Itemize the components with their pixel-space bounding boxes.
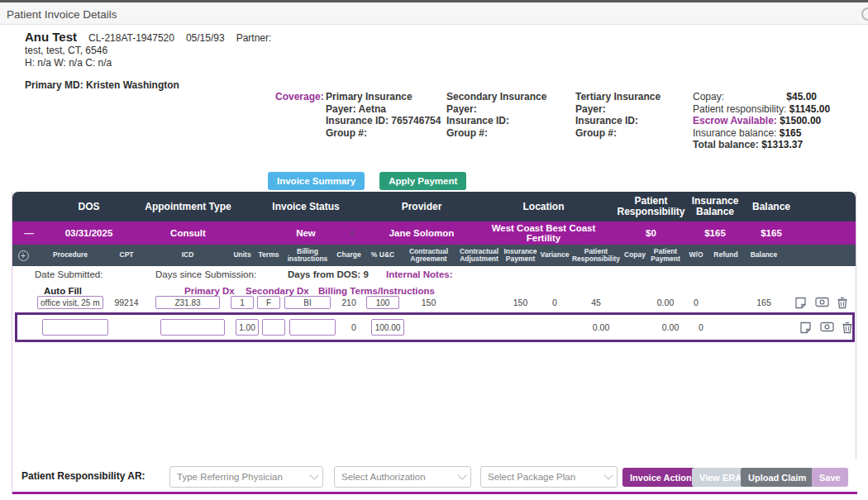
dcol-units: Units: [229, 251, 255, 260]
procedure-row-new: 0 0.00 0.00 0: [17, 315, 852, 340]
units-input[interactable]: [231, 296, 254, 309]
dcol-refund: Refund: [709, 251, 742, 260]
copay-value: $45.00: [786, 91, 817, 103]
uc-input[interactable]: [366, 296, 399, 309]
row-appointment-type: Consult: [132, 228, 244, 238]
add-procedure-row-icon[interactable]: +: [18, 250, 29, 261]
escrow-available-value: $1500.00: [780, 115, 821, 127]
icd-input[interactable]: [160, 319, 225, 336]
plan-group: Group #:: [446, 127, 566, 140]
contractual-agreement-value: 150: [401, 298, 456, 307]
billing-instructions-input[interactable]: [284, 296, 331, 309]
patient-name: Anu Test: [25, 31, 77, 43]
primary-md: Primary MD: Kristen Washington: [25, 79, 179, 91]
chevron-down-icon: [309, 470, 318, 479]
row-balance: $165: [740, 228, 803, 238]
dcol-charge: Charge: [333, 251, 365, 260]
insurance-balance-label: Insurance balance:: [693, 127, 776, 140]
patient-info: Anu Test CL-218AT-1947520 05/15/93 Partn…: [25, 31, 271, 69]
col-insurance-balance: Insurance Balance: [690, 196, 740, 217]
note-icon[interactable]: [794, 297, 807, 309]
patient-payment-value: 0.00: [648, 298, 683, 307]
save-button[interactable]: Save: [812, 468, 848, 487]
financial-summary: Copay: $45.00 Patient responsibility: $1…: [693, 91, 840, 151]
date-submitted-label: Date Submitted:: [35, 269, 103, 279]
plan-group: Group #:: [326, 127, 446, 140]
days-since-submission-label: Days since Submission:: [155, 269, 256, 279]
charge-value: 210: [333, 298, 365, 307]
plan-insurance-id: Insurance ID:: [446, 115, 566, 127]
wo-value: 0: [683, 298, 709, 307]
row-patient-responsibility: $0: [612, 228, 690, 238]
wo-value: 0: [688, 322, 714, 332]
row-dos: 03/31/2025: [45, 228, 132, 238]
dcol-contractual-agreement: Contractual Agreement: [401, 248, 456, 264]
dcol-billing-instructions: Billing instructions: [282, 248, 333, 264]
col-patient-responsibility: Patient Responsibility: [612, 196, 690, 217]
invoice-summary-row[interactable]: — 03/31/2025 Consult New Jane Solomon We…: [12, 221, 856, 245]
procedure-input[interactable]: [42, 319, 108, 336]
refresh-icon[interactable]: [861, 7, 868, 21]
partner-label: Partner:: [236, 32, 272, 45]
patient-responsibility-label: Patient responsibility:: [693, 103, 786, 116]
invoice-action-button[interactable]: Invoice Action: [622, 468, 699, 487]
terms-input[interactable]: [262, 319, 285, 336]
terms-input[interactable]: [257, 296, 280, 309]
chevron-down-icon: [603, 470, 613, 479]
status-dot-icon: [350, 231, 355, 236]
delete-icon[interactable]: [842, 321, 854, 334]
collapse-row-button[interactable]: —: [12, 228, 45, 238]
dcol-cpt: CPT: [107, 251, 146, 260]
units-input[interactable]: [236, 319, 259, 336]
dcol-copay: Copay: [622, 251, 648, 260]
page-title: Patient Invoice Details: [7, 8, 117, 21]
package-plan-placeholder: Select Package Plan: [488, 472, 575, 482]
internal-notes-link[interactable]: Internal Notes:: [386, 269, 453, 279]
tertiary-insurance-block: Tertiary Insurance Payer: Insurance ID: …: [575, 91, 695, 139]
payment-icon[interactable]: [820, 321, 832, 334]
billing-instructions-input[interactable]: [289, 319, 336, 336]
upload-claim-button[interactable]: Upload Claim: [741, 468, 813, 487]
total-balance-label: Total balance:: [693, 139, 759, 151]
dcol-variance: Variance: [539, 251, 570, 260]
chevron-down-icon: [457, 470, 466, 479]
copay-label: Copay:: [693, 91, 724, 103]
patient-payment-value: 0.00: [653, 322, 688, 332]
dcol-contractual-adjustment: Contractual Adjustment: [456, 248, 502, 264]
uc-input[interactable]: [371, 319, 404, 336]
insurance-balance-value: $165: [780, 127, 802, 140]
plan-payer: Payer:: [446, 103, 566, 116]
icd-input[interactable]: [155, 296, 220, 309]
active-procedure-row: 0 0.00 0.00 0: [15, 312, 855, 342]
dcol-uc: % U&C: [365, 251, 401, 260]
dcol-wo: W/O: [683, 251, 709, 260]
referring-physician-select[interactable]: Type Referring Physician: [169, 466, 323, 488]
invoice-table-header: DOS Appointment Type Invoice Status Prov…: [12, 192, 856, 221]
authorization-select[interactable]: Select Authorization: [334, 466, 471, 488]
days-from-dos-label: Days from DOS: 9: [288, 269, 369, 279]
invoice-summary-button[interactable]: Invoice Summary: [268, 172, 365, 190]
patient-responsibility-value: 45: [570, 298, 622, 307]
detail-columns-header: + Procedure CPT ICD Units Terms Billing …: [12, 245, 856, 266]
patient-dob: 05/15/93: [186, 32, 225, 45]
plan-title: Secondary Insurance: [446, 91, 566, 103]
delete-icon[interactable]: [837, 297, 849, 309]
dcol-icd: ICD: [146, 251, 229, 260]
col-location: Location: [475, 201, 612, 212]
invoice-actions: Invoice Summary Apply Payment: [268, 172, 466, 190]
card-footer: Patient Responsibility AR: Type Referrin…: [12, 460, 857, 494]
dcol-insurance-payment: Insurance Payment: [502, 248, 539, 264]
apply-payment-button[interactable]: Apply Payment: [379, 172, 466, 190]
payment-icon[interactable]: [815, 297, 827, 309]
col-appointment-type: Appointment Type: [132, 201, 244, 212]
col-balance: Balance: [740, 201, 803, 212]
plan-payer: Payer: Aetna: [326, 103, 446, 116]
plan-insurance-id: Insurance ID: 765746754: [326, 115, 446, 127]
row-location: West Coast Best Coast Fertility: [475, 223, 612, 243]
note-icon[interactable]: [799, 321, 812, 334]
plan-payer: Payer:: [575, 103, 695, 116]
patient-invoice-details-page: Patient Invoice Details Anu Test CL-218A…: [0, 0, 868, 500]
patient-address: test, test, CT, 6546: [25, 45, 271, 57]
package-plan-select[interactable]: Select Package Plan: [480, 466, 618, 488]
procedure-input[interactable]: [37, 296, 103, 309]
